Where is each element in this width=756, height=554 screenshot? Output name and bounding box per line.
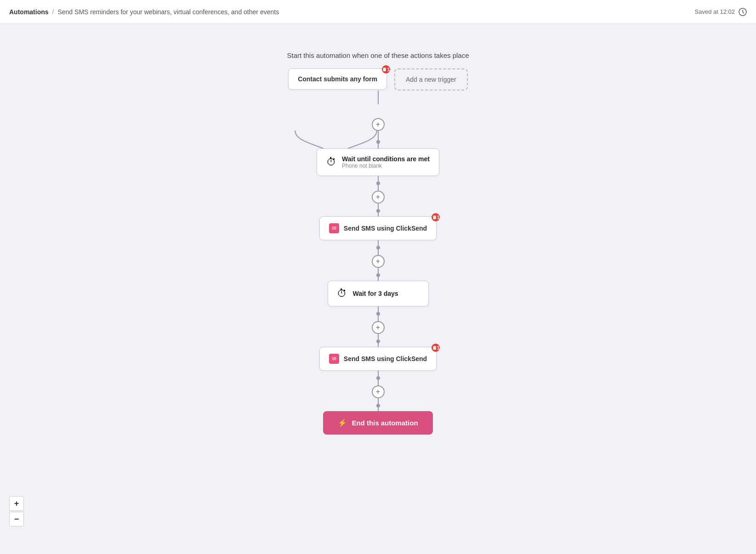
breadcrumb-separator: / bbox=[52, 8, 54, 16]
add-step-2[interactable]: + bbox=[371, 191, 384, 204]
breadcrumb-page-title: Send SMS reminders for your webinars, vi… bbox=[57, 8, 279, 16]
clock-icon[interactable] bbox=[739, 8, 747, 16]
sms1-label: Send SMS using ClickSend bbox=[344, 225, 427, 232]
trigger1-badge: 📋1 bbox=[382, 65, 390, 73]
breadcrumb: Automations / Send SMS reminders for you… bbox=[9, 8, 279, 16]
add-step-5[interactable]: + bbox=[371, 385, 384, 398]
trigger1-label: Contact submits any form bbox=[298, 75, 377, 83]
breadcrumb-root[interactable]: Automations bbox=[9, 8, 49, 16]
flow-title: Start this automation when one of these … bbox=[287, 51, 469, 59]
end-label: End this automation bbox=[352, 419, 418, 427]
wait-3-days-icon: ⏱ bbox=[337, 288, 347, 300]
zoom-out-button[interactable]: − bbox=[9, 512, 24, 526]
sms1-badge: 📋1 bbox=[432, 213, 440, 221]
header: Automations / Send SMS reminders for you… bbox=[0, 0, 756, 24]
sms2-label: Send SMS using ClickSend bbox=[344, 355, 427, 362]
trigger-row: Contact submits any form 📋1 Add a new tr… bbox=[288, 68, 468, 90]
sms-node-2[interactable]: ✉ Send SMS using ClickSend 📋1 bbox=[319, 347, 437, 371]
add-step-3[interactable]: + bbox=[371, 255, 384, 268]
wait-clock-icon: ⏱ bbox=[326, 156, 336, 168]
add-step-1[interactable]: + bbox=[371, 118, 384, 131]
saved-label: Saved at 12:02 bbox=[695, 8, 735, 15]
sms-icon-1: ✉ bbox=[329, 223, 339, 233]
end-icon: ⚡ bbox=[338, 418, 347, 427]
end-automation-node[interactable]: ⚡ End this automation bbox=[323, 411, 432, 435]
sms2-badge: 📋1 bbox=[432, 344, 440, 352]
zoom-in-button[interactable]: + bbox=[9, 496, 24, 511]
sms1-badge-icon: 📋 bbox=[432, 215, 437, 220]
zoom-controls: + − bbox=[9, 496, 24, 526]
trigger-contact-submits[interactable]: Contact submits any form 📋1 bbox=[288, 68, 387, 90]
wait-3-days-node[interactable]: ⏱ Wait for 3 days bbox=[327, 281, 428, 306]
wait-3-days-text: Wait for 3 days bbox=[352, 290, 398, 297]
wait-3-days-title: Wait for 3 days bbox=[352, 290, 398, 297]
sms2-badge-icon: 📋 bbox=[432, 345, 437, 350]
canvas: Start this automation when one of these … bbox=[0, 24, 756, 554]
sms-icon-2: ✉ bbox=[329, 354, 339, 364]
badge-icon: 📋 bbox=[382, 67, 387, 72]
wait-until-node[interactable]: ⏱ Wait until conditions are met Phone no… bbox=[317, 148, 439, 176]
wait-until-title: Wait until conditions are met bbox=[342, 155, 430, 163]
wait-until-subtitle: Phone not blank bbox=[342, 163, 430, 169]
trigger-add-new[interactable]: Add a new trigger bbox=[394, 68, 468, 90]
trigger2-label: Add a new trigger bbox=[406, 76, 456, 83]
sms-node-1[interactable]: ✉ Send SMS using ClickSend 📋1 bbox=[319, 216, 437, 240]
add-step-4[interactable]: + bbox=[371, 321, 384, 334]
header-right: Saved at 12:02 bbox=[695, 8, 747, 16]
wait-until-text: Wait until conditions are met Phone not … bbox=[342, 155, 430, 169]
